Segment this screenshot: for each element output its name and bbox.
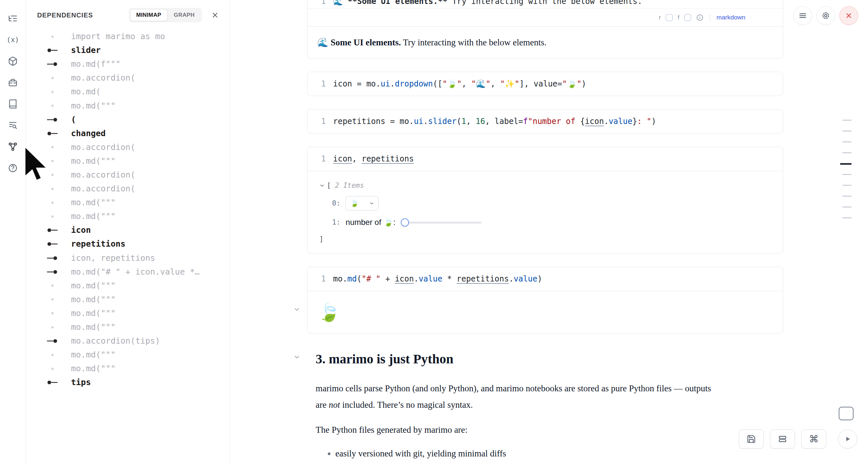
- cell-code-editor[interactable]: 1 icon, repetitions: [307, 147, 783, 171]
- panel-title: DEPENDENCIES: [37, 11, 93, 19]
- outline-icon[interactable]: [5, 10, 21, 26]
- minimap-item-label: mo.md(f""": [71, 59, 121, 69]
- line-number: 1: [307, 79, 326, 89]
- variables-icon[interactable]: (x): [5, 32, 21, 48]
- minimap-item[interactable]: slider: [26, 43, 229, 57]
- cell-nav-line[interactable]: [842, 217, 851, 218]
- tree-index: 1:: [332, 218, 340, 226]
- node-marker-icon: [45, 284, 60, 287]
- cell-nav-line[interactable]: [842, 120, 851, 121]
- minimap-item[interactable]: mo.accordion(: [26, 71, 229, 85]
- info-icon[interactable]: [696, 14, 704, 21]
- minimap-item[interactable]: changed: [26, 127, 229, 141]
- cell-nav-line[interactable]: [842, 196, 851, 197]
- tree-output: [ 2 Items 0: 🍃 1: nu: [307, 171, 783, 253]
- minimap-item[interactable]: mo.accordion(: [26, 182, 229, 196]
- node-marker-icon: [45, 146, 60, 148]
- minimap-item[interactable]: mo.md(""": [26, 196, 229, 210]
- reactive-checkbox[interactable]: [666, 14, 673, 21]
- node-marker-icon: [45, 160, 60, 162]
- line-number: 1: [307, 0, 326, 8]
- minimap-list: import marimo as mo slider mo.md(f""": [26, 30, 229, 389]
- minimap-item[interactable]: import marimo as mo: [26, 30, 229, 43]
- help-icon[interactable]: [5, 160, 21, 176]
- minimap-item[interactable]: (: [26, 113, 229, 127]
- minimap-item-label: slider: [71, 45, 101, 55]
- cell-code-editor[interactable]: 1 repetitions = mo.ui.slider(1, 16, labe…: [307, 110, 783, 133]
- cell-code-editor[interactable]: 1 mo.md("# " + icon.value * repetitions.…: [307, 267, 783, 291]
- node-marker-icon: [45, 35, 60, 38]
- tab-minimap[interactable]: MINIMAP: [130, 9, 167, 21]
- cell-collapse-chevron-icon[interactable]: [293, 306, 301, 314]
- minimap-item[interactable]: mo.accordion(: [26, 168, 229, 182]
- minimap-item[interactable]: icon: [26, 223, 229, 237]
- tab-graph[interactable]: GRAPH: [168, 9, 200, 21]
- slider-widget[interactable]: [401, 218, 482, 227]
- cell-nav-line[interactable]: [842, 142, 851, 143]
- save-icon: [747, 434, 756, 443]
- cell-nav-line[interactable]: [842, 174, 851, 175]
- minimap-item[interactable]: mo.md("# " + icon.value *…: [26, 265, 229, 279]
- minimap-item[interactable]: mo.md(""": [26, 320, 229, 334]
- minimap-item[interactable]: mo.accordion(: [26, 141, 229, 154]
- line-number: 1: [307, 116, 326, 126]
- code-text: repetitions = mo.ui.slider(1, 16, label=…: [333, 116, 656, 126]
- settings-button[interactable]: [816, 6, 835, 25]
- code-text: icon, repetitions: [333, 154, 414, 164]
- minimap-item[interactable]: mo.md(""": [26, 306, 229, 320]
- minimap-item[interactable]: mo.md(: [26, 85, 229, 99]
- layout-button[interactable]: [770, 429, 795, 449]
- minimap-item[interactable]: mo.md(""": [26, 293, 229, 306]
- minimap-item[interactable]: icon, repetitions: [26, 251, 229, 265]
- notebook-area: 1 🌊 **Some UI elements.** Try interactin…: [230, 0, 868, 463]
- minimap-item[interactable]: mo.md(""": [26, 279, 229, 293]
- frame-toggle-button[interactable]: [839, 407, 854, 420]
- minimap-item[interactable]: mo.md(""": [26, 362, 229, 375]
- shutdown-button[interactable]: [839, 6, 858, 25]
- reactive-toggle-label: r: [659, 14, 661, 21]
- minimap-item[interactable]: repetitions: [26, 237, 229, 251]
- language-mode-badge[interactable]: markdown: [716, 14, 745, 21]
- format-checkbox[interactable]: [684, 14, 691, 21]
- cell-nav-line[interactable]: [842, 152, 851, 153]
- logs-search-icon[interactable]: [5, 117, 21, 133]
- markdown-output: 🍃: [307, 291, 783, 333]
- cell-nav-line[interactable]: [842, 185, 851, 186]
- run-button[interactable]: [838, 429, 857, 449]
- markdown-source-editor[interactable]: 1 🌊 **Some UI elements.** Try interactin…: [307, 0, 783, 8]
- section-heading: 3. marimo is just Python: [316, 350, 783, 368]
- section-collapse-chevron-icon[interactable]: [293, 353, 301, 362]
- minimap-item[interactable]: mo.md(f""": [26, 57, 229, 71]
- top-actions: [794, 6, 858, 25]
- save-button[interactable]: [739, 429, 764, 449]
- dropdown-widget[interactable]: 🍃: [346, 196, 378, 211]
- shortcuts-button[interactable]: ⌘: [801, 429, 826, 449]
- toolbox-icon[interactable]: [5, 75, 21, 90]
- minimap-item[interactable]: mo.md(""": [26, 154, 229, 168]
- documentation-icon[interactable]: [5, 96, 21, 112]
- node-marker-icon: [45, 298, 60, 301]
- notebook-column: 1 🌊 **Some UI elements.** Try interactin…: [307, 0, 783, 462]
- packages-icon[interactable]: [5, 53, 21, 69]
- close-panel-button[interactable]: [209, 8, 222, 22]
- minimap-item[interactable]: mo.accordion(tips): [26, 334, 229, 348]
- minimap-item[interactable]: tips: [26, 375, 229, 389]
- minimap-item[interactable]: mo.md(""": [26, 348, 229, 362]
- slider-label: number of 🍃:: [346, 218, 398, 227]
- cell-nav-line[interactable]: [842, 207, 851, 208]
- dependencies-panel-header: DEPENDENCIES MINIMAP GRAPH: [26, 0, 229, 22]
- collapse-chevron-icon[interactable]: [319, 183, 325, 188]
- cell-code-editor[interactable]: 1 icon = mo.ui.dropdown(["🍃", "🌊", "✨"],…: [307, 72, 783, 96]
- dependencies-icon[interactable]: [5, 139, 21, 155]
- cell-nav-line[interactable]: [842, 130, 851, 131]
- minimap-item-label: mo.accordion(: [71, 73, 135, 83]
- minimap-item[interactable]: mo.md(""": [26, 210, 229, 223]
- code-cell-expression: 1 icon, repetitions [ 2 Items 0: 🍃: [307, 147, 783, 253]
- minimap-item-label: icon, repetitions: [71, 253, 155, 263]
- menu-button[interactable]: [794, 6, 812, 25]
- cell-nav-line[interactable]: [840, 163, 851, 165]
- minimap-item-label: changed: [71, 129, 105, 138]
- node-marker-icon: [45, 256, 60, 260]
- minimap-item[interactable]: mo.md(""": [26, 99, 229, 113]
- slider-knob[interactable]: [401, 218, 409, 226]
